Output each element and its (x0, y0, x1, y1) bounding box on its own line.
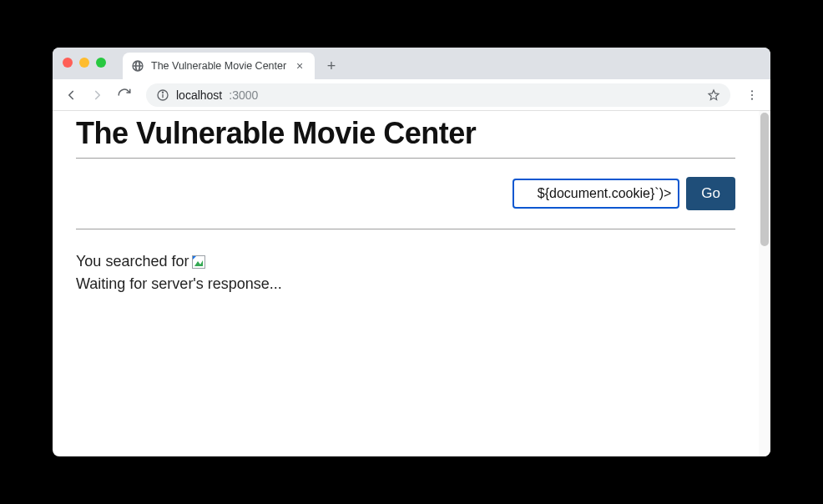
toolbar: localhost:3000 (53, 79, 770, 111)
waiting-text: Waiting for server's response... (76, 275, 735, 293)
svg-point-2 (162, 92, 163, 93)
scrollbar[interactable] (759, 111, 770, 456)
bookmark-star-icon[interactable] (707, 88, 720, 102)
search-row: Go (76, 164, 735, 224)
url-host: localhost (176, 88, 222, 102)
scrollbar-thumb[interactable] (760, 113, 769, 246)
globe-icon (131, 59, 144, 73)
site-info-icon[interactable] (156, 88, 169, 102)
divider (76, 229, 735, 229)
svg-point-6 (751, 98, 753, 99)
svg-marker-3 (709, 90, 719, 99)
tab-strip: The Vulnerable Movie Center × + (123, 48, 343, 79)
broken-image-icon (192, 255, 205, 269)
new-tab-button[interactable]: + (320, 54, 343, 78)
page-title: The Vulnerable Movie Center (76, 116, 735, 151)
browser-tab[interactable]: The Vulnerable Movie Center × (123, 53, 315, 79)
search-input[interactable] (512, 179, 679, 209)
reload-button[interactable] (113, 83, 136, 107)
searched-for-prefix: You searched for (76, 253, 189, 270)
forward-button[interactable] (86, 83, 109, 107)
go-button[interactable]: Go (686, 177, 735, 210)
browser-window: The Vulnerable Movie Center × + localhos… (53, 48, 770, 456)
close-window-button[interactable] (63, 58, 73, 68)
viewport: The Vulnerable Movie Center Go You searc… (53, 111, 770, 456)
page-content: The Vulnerable Movie Center Go You searc… (53, 111, 759, 456)
svg-point-4 (751, 90, 753, 92)
url-port: :3000 (229, 88, 258, 102)
maximize-window-button[interactable] (96, 58, 106, 68)
svg-point-5 (751, 93, 753, 95)
back-button[interactable] (59, 83, 83, 107)
window-controls (63, 58, 106, 68)
browser-menu-button[interactable] (740, 83, 764, 107)
searched-for-text: You searched for (76, 253, 735, 270)
divider (76, 158, 735, 159)
close-tab-icon[interactable]: × (293, 59, 306, 73)
address-bar[interactable]: localhost:3000 (146, 83, 730, 107)
tab-title: The Vulnerable Movie Center (151, 60, 286, 72)
titlebar: The Vulnerable Movie Center × + (53, 48, 770, 79)
minimize-window-button[interactable] (79, 58, 89, 68)
